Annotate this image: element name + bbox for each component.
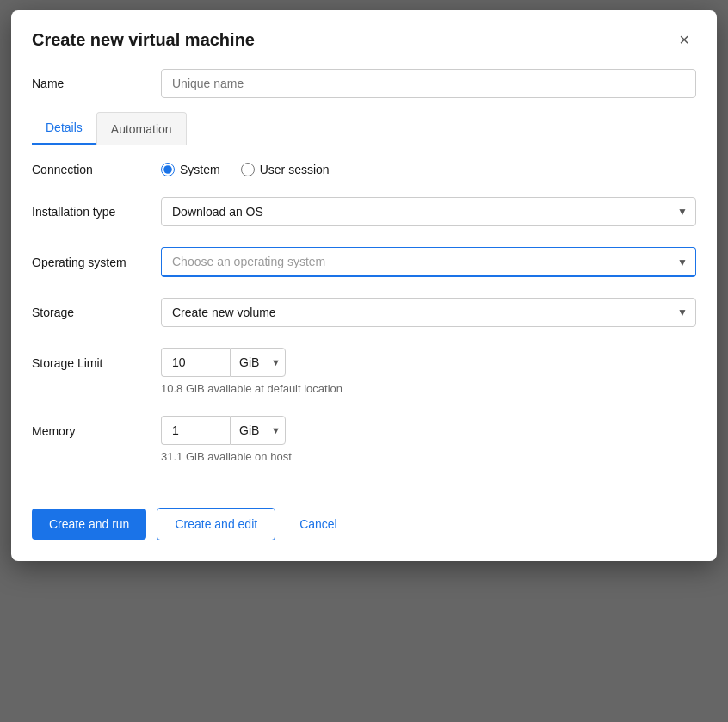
storage-limit-input-group: MiB GiB TiB ▼ bbox=[161, 348, 696, 377]
installation-type-select[interactable]: Download an OS Local install media Netwo… bbox=[161, 197, 696, 226]
tabs-bar: Details Automation bbox=[11, 112, 717, 145]
storage-limit-hint: 10.8 GiB available at default location bbox=[161, 382, 696, 395]
installation-type-select-wrapper: Download an OS Local install media Netwo… bbox=[161, 197, 696, 226]
storage-limit-unit-wrapper: MiB GiB TiB ▼ bbox=[230, 348, 286, 377]
storage-select-wrapper: Create new volume Use existing volume No… bbox=[161, 298, 696, 327]
name-row: Name bbox=[11, 65, 717, 112]
name-label: Name bbox=[32, 77, 161, 90]
connection-row: Connection System User session bbox=[32, 163, 696, 176]
operating-system-row: Operating system Choose an operating sys… bbox=[32, 247, 696, 277]
connection-options: System User session bbox=[161, 163, 696, 176]
overlay: Create new virtual machine × Name Detail… bbox=[0, 0, 728, 722]
storage-limit-label: Storage Limit bbox=[32, 348, 161, 370]
storage-limit-row: Storage Limit MiB GiB TiB ▼ bbox=[32, 348, 696, 395]
system-radio[interactable] bbox=[161, 163, 175, 176]
system-radio-option[interactable]: System bbox=[161, 163, 220, 176]
user-session-radio-option[interactable]: User session bbox=[241, 163, 330, 176]
tab-automation[interactable]: Automation bbox=[96, 112, 187, 145]
memory-hint: 31.1 GiB available on host bbox=[161, 450, 696, 463]
memory-unit-wrapper: MiB GiB ▼ bbox=[230, 416, 286, 445]
dialog: Create new virtual machine × Name Detail… bbox=[11, 10, 717, 561]
memory-content: MiB GiB ▼ 31.1 GiB available on host bbox=[161, 416, 696, 463]
storage-label: Storage bbox=[32, 305, 161, 319]
operating-system-select[interactable]: Choose an operating system bbox=[161, 247, 696, 277]
storage-limit-content: MiB GiB TiB ▼ 10.8 GiB available at defa… bbox=[161, 348, 696, 395]
cancel-button[interactable]: Cancel bbox=[286, 509, 351, 540]
dialog-title: Create new virtual machine bbox=[32, 30, 255, 50]
memory-unit-select[interactable]: MiB GiB bbox=[230, 416, 286, 445]
create-and-edit-button[interactable]: Create and edit bbox=[157, 508, 275, 540]
memory-input-group: MiB GiB ▼ bbox=[161, 416, 696, 445]
operating-system-content: Choose an operating system ▼ bbox=[161, 247, 696, 277]
create-and-run-button[interactable]: Create and run bbox=[32, 509, 146, 540]
storage-limit-unit-select[interactable]: MiB GiB TiB bbox=[230, 348, 286, 377]
operating-system-label: Operating system bbox=[32, 256, 161, 269]
memory-label: Memory bbox=[32, 416, 161, 438]
dialog-footer: Create and run Create and edit Cancel bbox=[11, 501, 717, 561]
connection-label: Connection bbox=[32, 163, 161, 176]
storage-row: Storage Create new volume Use existing v… bbox=[32, 298, 696, 327]
dialog-header: Create new virtual machine × bbox=[11, 10, 717, 65]
installation-type-label: Installation type bbox=[32, 205, 161, 219]
operating-system-select-wrapper: Choose an operating system ▼ bbox=[161, 247, 696, 277]
storage-select[interactable]: Create new volume Use existing volume No… bbox=[161, 298, 696, 327]
installation-type-row: Installation type Download an OS Local i… bbox=[32, 197, 696, 226]
memory-row: Memory MiB GiB ▼ 31.1 GiB available on h… bbox=[32, 416, 696, 463]
installation-type-content: Download an OS Local install media Netwo… bbox=[161, 197, 696, 226]
name-input[interactable] bbox=[161, 69, 696, 98]
user-session-radio-label: User session bbox=[260, 163, 330, 176]
user-session-radio[interactable] bbox=[241, 163, 255, 176]
memory-input[interactable] bbox=[161, 416, 230, 445]
tab-details[interactable]: Details bbox=[32, 112, 96, 145]
form-body: Connection System User session Installat… bbox=[11, 145, 717, 501]
storage-limit-input[interactable] bbox=[161, 348, 230, 377]
close-button[interactable]: × bbox=[672, 28, 696, 52]
storage-content: Create new volume Use existing volume No… bbox=[161, 298, 696, 327]
system-radio-label: System bbox=[180, 163, 220, 176]
